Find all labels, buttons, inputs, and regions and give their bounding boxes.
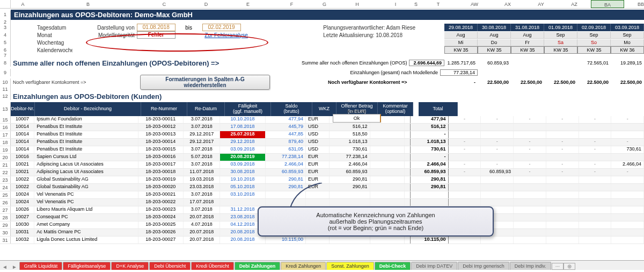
cell-total[interactable]: 290,81 bbox=[410, 184, 449, 191]
cell[interactable]: - bbox=[546, 139, 579, 146]
cell[interactable] bbox=[370, 161, 405, 168]
kontrolle-ok[interactable]: Ok bbox=[333, 114, 381, 123]
date-cell[interactable]: So bbox=[577, 39, 611, 46]
cell[interactable] bbox=[514, 176, 546, 183]
cell[interactable] bbox=[330, 191, 370, 198]
cell[interactable] bbox=[611, 176, 644, 183]
cell[interactable] bbox=[481, 237, 514, 244]
cell[interactable]: 18-203-00015 bbox=[138, 146, 184, 153]
cell[interactable]: 518,50 bbox=[330, 131, 370, 138]
cell[interactable] bbox=[611, 206, 644, 213]
cell[interactable]: 18-203-00016 bbox=[138, 154, 184, 161]
cell[interactable]: - bbox=[481, 146, 514, 153]
cell[interactable] bbox=[579, 214, 612, 221]
button-format-restore[interactable]: Formatierungen in Spalten A-G wiederhers… bbox=[140, 75, 270, 90]
cell[interactable]: USD bbox=[306, 139, 330, 146]
cell[interactable]: 3.07.2018 bbox=[184, 116, 221, 123]
cell[interactable]: - bbox=[449, 146, 481, 153]
cell[interactable]: 19.03.2018 bbox=[184, 176, 221, 183]
cell[interactable] bbox=[611, 154, 644, 161]
cell[interactable]: - bbox=[449, 139, 481, 146]
cell[interactable] bbox=[546, 191, 579, 198]
cell[interactable] bbox=[514, 191, 546, 198]
cell[interactable]: 18-203-00020 bbox=[138, 184, 184, 191]
date-header[interactable]: 29.08.2018 bbox=[444, 24, 478, 31]
cell[interactable]: 18-203-00021 bbox=[138, 191, 184, 198]
cell[interactable]: 516,12 bbox=[330, 124, 370, 131]
cell[interactable]: 10.115,00 bbox=[266, 237, 306, 244]
cell[interactable] bbox=[220, 199, 265, 206]
cell[interactable] bbox=[579, 154, 612, 161]
cell[interactable]: 730,61 bbox=[330, 146, 370, 153]
cell[interactable]: 3.07.2018 bbox=[184, 146, 221, 153]
cell[interactable]: - bbox=[481, 139, 514, 146]
cell-total[interactable] bbox=[410, 199, 449, 206]
cell[interactable] bbox=[370, 191, 405, 198]
cell[interactable] bbox=[370, 237, 405, 244]
cell-total[interactable]: 516,12 bbox=[410, 124, 449, 131]
cell[interactable]: - bbox=[481, 161, 514, 168]
cell[interactable]: 477,94 bbox=[266, 116, 306, 123]
cell[interactable]: 03.09.2018 bbox=[220, 146, 265, 153]
cell[interactable] bbox=[579, 206, 612, 213]
cell[interactable]: 1.018,13 bbox=[330, 139, 370, 146]
date-cell[interactable]: Aug bbox=[478, 32, 511, 39]
cell[interactable] bbox=[370, 176, 405, 183]
cell[interactable]: USD bbox=[306, 146, 330, 153]
cell[interactable]: 29.12.2017 bbox=[184, 139, 221, 146]
cell[interactable] bbox=[449, 191, 481, 198]
cell[interactable]: USD bbox=[306, 131, 330, 138]
cell[interactable]: 10007 bbox=[11, 116, 34, 123]
table-row[interactable]: 1510007Ipsum Ac Foundation18-203-000113.… bbox=[0, 116, 644, 124]
cell[interactable] bbox=[330, 237, 370, 244]
cell[interactable]: 18-203-00023 bbox=[138, 206, 184, 213]
cell[interactable] bbox=[579, 221, 612, 228]
cell[interactable]: 18-203-00012 bbox=[138, 124, 184, 131]
cell[interactable] bbox=[514, 184, 546, 191]
table-row[interactable]: 1910014Penatibus Et Institute18-203-0001… bbox=[0, 146, 644, 154]
cell[interactable]: 18-203-00014 bbox=[138, 139, 184, 146]
cell[interactable]: - bbox=[514, 146, 546, 153]
cell[interactable] bbox=[370, 154, 405, 161]
cell-total[interactable] bbox=[410, 191, 449, 198]
cell[interactable]: 10032 bbox=[11, 237, 34, 244]
date-cell[interactable]: Sa bbox=[544, 39, 577, 46]
cell[interactable] bbox=[481, 154, 514, 161]
cell[interactable]: - bbox=[449, 116, 481, 123]
cell[interactable] bbox=[546, 199, 579, 206]
cell[interactable]: 631,05 bbox=[266, 146, 306, 153]
cell[interactable]: 3.07.2018 bbox=[184, 124, 221, 131]
table-row[interactable]: 2310022Global Sustainability AG18-203-00… bbox=[0, 176, 644, 184]
cell[interactable]: 10027 bbox=[11, 214, 34, 221]
cell[interactable] bbox=[449, 199, 481, 206]
col-faelligkeit[interactable]: Fälligkeit(ggf. manuell) bbox=[225, 102, 271, 116]
cell[interactable] bbox=[611, 191, 644, 198]
date-cell[interactable]: Sep bbox=[611, 32, 644, 39]
cell[interactable] bbox=[306, 237, 330, 244]
cell[interactable] bbox=[481, 191, 514, 198]
cell[interactable]: 18-203-00011 bbox=[138, 116, 184, 123]
cell[interactable]: EUR bbox=[306, 161, 330, 168]
cell-total[interactable]: - bbox=[410, 154, 449, 161]
cell[interactable] bbox=[449, 154, 481, 161]
cell[interactable]: 03.09.2018 bbox=[220, 161, 265, 168]
col-header-T[interactable]: T bbox=[419, 0, 458, 8]
cell[interactable] bbox=[611, 199, 644, 206]
cell[interactable]: - bbox=[449, 169, 481, 176]
table-row[interactable]: 1610014Penatibus Et Institute18-203-0001… bbox=[0, 124, 644, 131]
cell[interactable] bbox=[546, 229, 579, 236]
col-header-S[interactable]: S bbox=[413, 0, 419, 8]
col-header-AW[interactable]: AW bbox=[458, 0, 491, 8]
cell[interactable]: Ac Mattis Ornare PC bbox=[34, 229, 138, 236]
cell-total[interactable]: - bbox=[410, 131, 449, 138]
table-row[interactable]: 2410022Global Sustainability AG18-203-00… bbox=[0, 184, 644, 191]
cell[interactable]: - bbox=[514, 161, 546, 168]
cell[interactable]: 30.08.2018 bbox=[220, 169, 265, 176]
cell[interactable]: - bbox=[514, 116, 546, 123]
cell[interactable] bbox=[611, 221, 644, 228]
cell[interactable]: 20.07.2018 bbox=[184, 214, 221, 221]
cell[interactable] bbox=[481, 131, 514, 138]
cell[interactable]: - bbox=[514, 139, 546, 146]
cell[interactable] bbox=[579, 184, 612, 191]
cell[interactable] bbox=[579, 176, 612, 183]
